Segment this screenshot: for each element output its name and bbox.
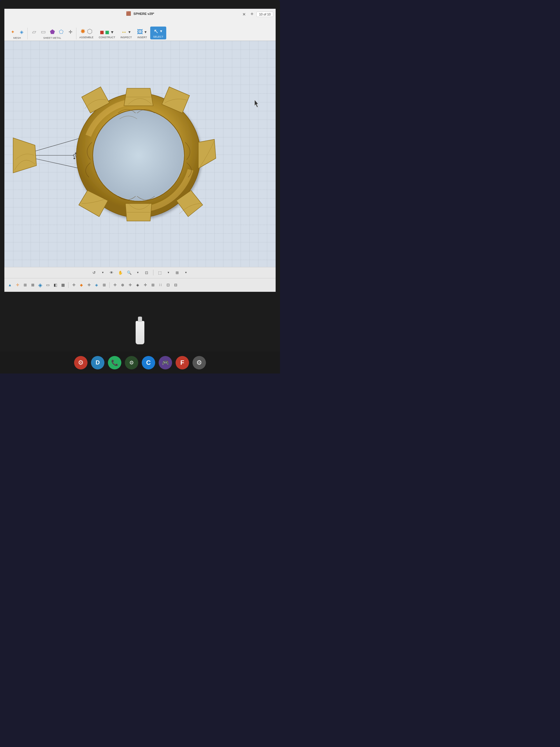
mesh-tool-2[interactable]: ◈ <box>18 28 26 36</box>
triangle-tool[interactable]: ▲ <box>7 282 13 288</box>
svg-marker-29 <box>13 138 36 173</box>
mesh-tool-1[interactable]: ✦ <box>8 28 17 36</box>
tab-count-label: 10 of 10 <box>257 12 273 17</box>
taskbar-system-prefs[interactable]: ⚙ <box>74 356 87 369</box>
tool-7[interactable]: ∷ <box>157 282 164 288</box>
quick-tools: ▲ ✛ ⊞ ⊠ ◈ ▭ ◧ ▩ ✛ ◆ ✛ ◈ ⊞ ✛ ⊕ ✛ ◈ ✛ <box>4 278 276 292</box>
component-tool[interactable]: ◆ <box>78 282 85 288</box>
view-controls: ↺ ▼ 👁 ✋ 🔍 ▼ ⊡ ⬚ ▼ ⊞ ▼ <box>4 267 276 278</box>
sheet-tool-2[interactable]: ▭ <box>39 28 47 36</box>
monitor-frame: ✕ + 10 of 10 🟫 SPHERE v29* ✦ ◈ MESH <box>0 0 280 374</box>
assemble-label: ASSEMBLE <box>79 36 94 39</box>
group-tool[interactable]: ◈ <box>93 282 100 288</box>
inspect-label: INSPECT <box>121 36 132 39</box>
tool-4[interactable]: ◈ <box>134 282 141 288</box>
move-tool[interactable]: ✛ <box>14 282 21 288</box>
bottom-toolbar: ↺ ▼ 👁 ✋ 🔍 ▼ ⊡ ⬚ ▼ ⊞ ▼ ▲ ✛ ⊞ ⊠ ◈ <box>4 267 276 292</box>
grid-dropdown[interactable]: ▼ <box>183 269 189 276</box>
sheet-tool-4[interactable]: ⬠ <box>57 28 65 36</box>
toolbar-group-mesh: ✦ ◈ MESH <box>7 28 28 40</box>
sheet-metal-label: SHEET METAL <box>43 36 61 40</box>
select-button[interactable]: ↖ ▼ SELECT <box>150 27 166 40</box>
orbit-tool[interactable]: ↺ <box>91 269 98 276</box>
construct-button[interactable]: ◼ ◼ ▼ CONSTRUCT <box>97 28 118 40</box>
sketch-tool-4[interactable]: ▩ <box>60 282 66 288</box>
svg-marker-30 <box>255 100 258 107</box>
view-cube-tool[interactable]: ⬚ <box>157 269 163 276</box>
assemble-button[interactable]: ✸ ⬡ ASSEMBLE <box>77 27 96 40</box>
zoom-tool[interactable]: 🔍 <box>126 269 132 276</box>
sketch-tool-3[interactable]: ◧ <box>52 282 59 288</box>
separator-2 <box>68 282 69 288</box>
tool-6[interactable]: ⊞ <box>150 282 156 288</box>
zoom-dropdown[interactable]: ▼ <box>135 269 141 276</box>
orbit-dropdown[interactable]: ▼ <box>100 269 106 276</box>
body-tool[interactable]: ✛ <box>71 282 77 288</box>
canvas-area[interactable] <box>4 41 276 267</box>
taskbar-finder[interactable]: 🎮 <box>159 356 172 369</box>
sheet-tool-5[interactable]: ✛ <box>66 28 74 36</box>
tool-9[interactable]: ⊟ <box>172 282 179 288</box>
toolbar: ✕ + 10 of 10 🟫 SPHERE v29* ✦ ◈ MESH <box>4 9 276 41</box>
taskbar-fortnight[interactable]: F <box>176 356 189 369</box>
scale-tool[interactable]: ⊠ <box>29 282 36 288</box>
tool-5[interactable]: ✛ <box>142 282 149 288</box>
screen: ✕ + 10 of 10 🟫 SPHERE v29* ✦ ◈ MESH <box>4 9 276 292</box>
pan-tool[interactable]: ✋ <box>117 269 124 276</box>
bottle-area <box>136 321 144 344</box>
tab-bar: ✕ + 10 of 10 <box>238 9 276 20</box>
view-dropdown[interactable]: ▼ <box>165 269 172 276</box>
sheet-tool-3[interactable]: ⬟ <box>48 28 56 36</box>
select-label: SELECT <box>153 35 163 38</box>
taskbar: ⚙ D 📞 ⚙ C 🎮 F ⚙ <box>0 352 280 374</box>
tool-8[interactable]: ⊡ <box>165 282 171 288</box>
insert-button[interactable]: 🖼 ▼ INSERT <box>135 28 150 40</box>
toolbar-group-sheetmetal: ▱ ▭ ⬟ ⬠ ✛ SHEET METAL <box>28 28 76 40</box>
toolbar-groups: ✦ ◈ MESH ▱ ▭ ⬟ ⬠ ✛ SHEET METAL <box>4 27 276 40</box>
scene-svg <box>4 41 276 267</box>
svg-marker-24 <box>198 139 216 169</box>
taskbar-steam[interactable]: ⚙ <box>125 356 138 369</box>
taskbar-discord[interactable]: D <box>91 356 104 369</box>
sheet-tool-1[interactable]: ▱ <box>30 28 38 36</box>
document-title: 🟫 SPHERE v29* <box>126 11 154 16</box>
joint-tool[interactable]: ✛ <box>86 282 92 288</box>
grid-tool[interactable]: ⊞ <box>174 269 181 276</box>
tool-2[interactable]: ⊕ <box>119 282 126 288</box>
mesh-label: MESH <box>13 36 21 40</box>
tab-close-button[interactable]: ✕ <box>241 11 248 17</box>
fit-tool[interactable]: ⊡ <box>143 269 150 276</box>
separator-3 <box>109 282 110 288</box>
taskbar-settings[interactable]: ⚙ <box>192 356 206 369</box>
inspect-button[interactable]: ↔ ▼ INSPECT <box>118 28 134 40</box>
bottle <box>136 321 144 344</box>
sketch-tool-2[interactable]: ▭ <box>45 282 51 288</box>
tool-1[interactable]: ✛ <box>112 282 118 288</box>
copy-tool[interactable]: ⊞ <box>22 282 28 288</box>
sketch-tool-1[interactable]: ◈ <box>37 282 44 288</box>
taskbar-chrome[interactable]: C <box>142 356 155 369</box>
insert-label: INSERT <box>137 36 147 39</box>
svg-point-19 <box>93 110 184 201</box>
tab-add-button[interactable]: + <box>249 10 256 18</box>
taskbar-whatsapp[interactable]: 📞 <box>108 356 121 369</box>
svg-point-12 <box>74 158 75 159</box>
look-at-tool[interactable]: 👁 <box>108 269 115 276</box>
align-tool[interactable]: ⊞ <box>101 282 107 288</box>
construct-label: CONSTRUCT <box>99 36 115 39</box>
tool-3[interactable]: ✛ <box>127 282 133 288</box>
